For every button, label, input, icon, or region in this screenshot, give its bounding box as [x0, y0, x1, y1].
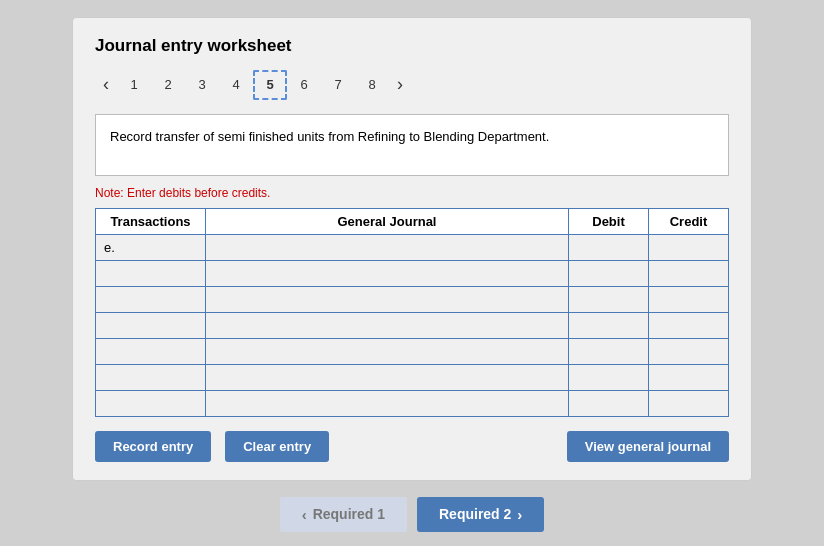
- table-row: e.: [96, 234, 729, 260]
- col-credit: Credit: [649, 208, 729, 234]
- debit-cell-4[interactable]: [569, 312, 649, 338]
- credit-cell-5[interactable]: [649, 338, 729, 364]
- transaction-label-5: [96, 338, 206, 364]
- table-row: [96, 312, 729, 338]
- general-journal-cell-7[interactable]: [206, 390, 569, 416]
- general-journal-input-7[interactable]: [206, 391, 568, 416]
- debit-input-4[interactable]: [569, 313, 648, 338]
- general-journal-input-5[interactable]: [206, 339, 568, 364]
- description-box: Record transfer of semi finished units f…: [95, 114, 729, 176]
- debit-cell-6[interactable]: [569, 364, 649, 390]
- credit-input-6[interactable]: [649, 365, 728, 390]
- record-entry-button[interactable]: Record entry: [95, 431, 211, 462]
- note-text: Note: Enter debits before credits.: [95, 186, 729, 200]
- transaction-label-2: [96, 260, 206, 286]
- nav-num-5[interactable]: 5: [253, 70, 287, 100]
- nav-num-6[interactable]: 6: [287, 70, 321, 100]
- credit-input-5[interactable]: [649, 339, 728, 364]
- table-row: [96, 338, 729, 364]
- description-text: Record transfer of semi finished units f…: [110, 129, 549, 144]
- general-journal-cell-4[interactable]: [206, 312, 569, 338]
- general-journal-cell-6[interactable]: [206, 364, 569, 390]
- general-journal-cell-3[interactable]: [206, 286, 569, 312]
- credit-cell-7[interactable]: [649, 390, 729, 416]
- general-journal-input-2[interactable]: [206, 261, 568, 286]
- required2-label: Required 2: [439, 506, 511, 522]
- credit-input-3[interactable]: [649, 287, 728, 312]
- transaction-label-7: [96, 390, 206, 416]
- general-journal-cell-2[interactable]: [206, 260, 569, 286]
- debit-input-5[interactable]: [569, 339, 648, 364]
- general-journal-cell-5[interactable]: [206, 338, 569, 364]
- debit-input-7[interactable]: [569, 391, 648, 416]
- credit-cell-1[interactable]: [649, 234, 729, 260]
- nav-num-1[interactable]: 1: [117, 70, 151, 100]
- nav-num-2[interactable]: 2: [151, 70, 185, 100]
- debit-cell-1[interactable]: [569, 234, 649, 260]
- col-transactions: Transactions: [96, 208, 206, 234]
- required1-label: Required 1: [313, 506, 385, 522]
- debit-input-3[interactable]: [569, 287, 648, 312]
- required2-right-arrow: ›: [517, 506, 522, 523]
- general-journal-input-3[interactable]: [206, 287, 568, 312]
- debit-cell-7[interactable]: [569, 390, 649, 416]
- table-row: [96, 286, 729, 312]
- view-general-journal-button[interactable]: View general journal: [567, 431, 729, 462]
- nav-num-4[interactable]: 4: [219, 70, 253, 100]
- credit-cell-2[interactable]: [649, 260, 729, 286]
- credit-cell-4[interactable]: [649, 312, 729, 338]
- debit-cell-5[interactable]: [569, 338, 649, 364]
- credit-input-2[interactable]: [649, 261, 728, 286]
- required1-button[interactable]: ‹ Required 1: [280, 497, 407, 532]
- required1-left-arrow: ‹: [302, 506, 307, 523]
- journal-table: Transactions General Journal Debit Credi…: [95, 208, 729, 417]
- transaction-label-4: [96, 312, 206, 338]
- transaction-label-3: [96, 286, 206, 312]
- bottom-navigation: ‹ Required 1 Required 2 ›: [280, 497, 545, 532]
- debit-cell-2[interactable]: [569, 260, 649, 286]
- table-row: [96, 390, 729, 416]
- page-title: Journal entry worksheet: [95, 36, 729, 56]
- clear-entry-button[interactable]: Clear entry: [225, 431, 329, 462]
- required2-button[interactable]: Required 2 ›: [417, 497, 544, 532]
- prev-page-arrow[interactable]: ‹: [95, 72, 117, 97]
- credit-input-4[interactable]: [649, 313, 728, 338]
- transaction-label-6: [96, 364, 206, 390]
- journal-entry-worksheet: Journal entry worksheet ‹ 1 2 3 4 5 6 7 …: [72, 17, 752, 481]
- nav-num-8[interactable]: 8: [355, 70, 389, 100]
- debit-input-1[interactable]: [569, 235, 648, 260]
- debit-input-6[interactable]: [569, 365, 648, 390]
- general-journal-cell-1[interactable]: [206, 234, 569, 260]
- table-row: [96, 364, 729, 390]
- table-row: [96, 260, 729, 286]
- debit-cell-3[interactable]: [569, 286, 649, 312]
- col-debit: Debit: [569, 208, 649, 234]
- col-general-journal: General Journal: [206, 208, 569, 234]
- nav-num-7[interactable]: 7: [321, 70, 355, 100]
- nav-num-3[interactable]: 3: [185, 70, 219, 100]
- next-page-arrow[interactable]: ›: [389, 72, 411, 97]
- page-navigation: ‹ 1 2 3 4 5 6 7 8 ›: [95, 70, 729, 100]
- action-buttons: Record entry Clear entry View general jo…: [95, 431, 729, 462]
- general-journal-input-6[interactable]: [206, 365, 568, 390]
- credit-cell-3[interactable]: [649, 286, 729, 312]
- general-journal-input-4[interactable]: [206, 313, 568, 338]
- general-journal-input-1[interactable]: [206, 235, 568, 260]
- debit-input-2[interactable]: [569, 261, 648, 286]
- credit-cell-6[interactable]: [649, 364, 729, 390]
- credit-input-7[interactable]: [649, 391, 728, 416]
- transaction-label-e: e.: [96, 234, 206, 260]
- credit-input-1[interactable]: [649, 235, 728, 260]
